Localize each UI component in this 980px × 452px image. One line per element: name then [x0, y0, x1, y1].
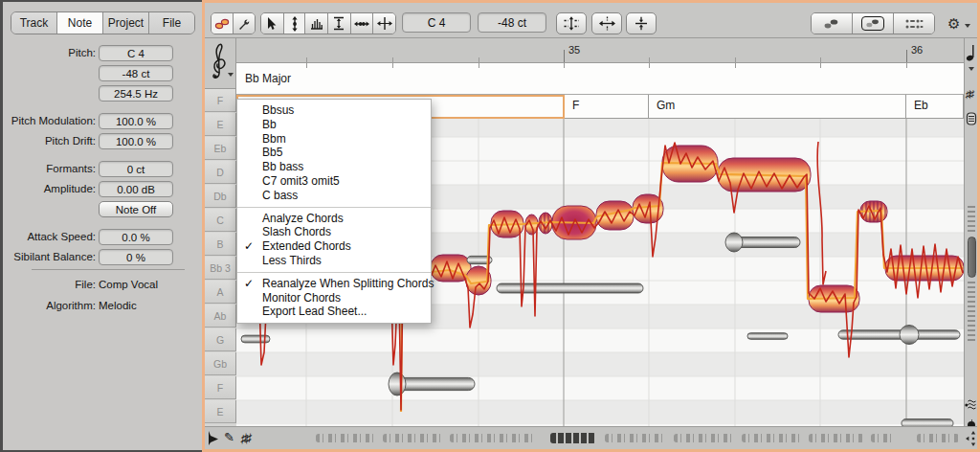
gray-note-blob[interactable] [497, 283, 643, 293]
pitch-curve-icon[interactable] [965, 398, 977, 411]
menu-item[interactable]: C7 omit3 omit5 [237, 174, 431, 189]
amplitude-tool-button[interactable] [351, 13, 374, 34]
scale-scroll-icon[interactable] [966, 111, 977, 126]
chord-context-menu: BbsusBbBbmBb5Bb bassC7 omit3 omit5C bass… [236, 99, 432, 324]
tab-note[interactable]: Note [57, 12, 103, 34]
note-off-button[interactable]: Note Off [99, 201, 173, 217]
chord-cell[interactable]: Gm [649, 95, 906, 119]
field-value[interactable]: 100.0 % [99, 133, 173, 149]
tab-file[interactable]: File [149, 12, 194, 34]
field-value[interactable]: 0 ct [99, 161, 173, 177]
menu-item[interactable]: Slash Chords [237, 225, 431, 239]
menu-item[interactable]: Export Lead Sheet... [237, 305, 431, 319]
settings-dropdown-arrow[interactable] [965, 24, 970, 28]
tool-group [260, 12, 396, 34]
field-value[interactable]: 0.00 dB [99, 181, 173, 197]
main-tool-button[interactable] [212, 13, 234, 34]
menu-item[interactable]: Less Thirds [237, 254, 431, 268]
piano-key-e[interactable]: E [205, 400, 236, 423]
arrow-tool-button[interactable] [261, 13, 284, 34]
timing-tool-button[interactable] [373, 13, 395, 34]
menu-item[interactable]: Bbsus [237, 103, 431, 118]
piano-key-d[interactable]: D [205, 161, 236, 184]
scale-sharps-icon[interactable]: ♯♯ [965, 88, 973, 100]
blobs-outline-icon [823, 18, 840, 30]
sidebar-row: -48 ct [3, 65, 205, 81]
tick-dash [968, 320, 975, 322]
waveform-cluster [871, 434, 894, 442]
menu-item[interactable]: ✓Extended Chords [237, 239, 431, 254]
sidebar-row: 254.5 Hz [3, 85, 205, 102]
tick-dash [968, 286, 975, 288]
piano-key-a[interactable]: A [205, 281, 236, 304]
piano-key-f[interactable]: F [205, 376, 236, 399]
field-value[interactable]: 100.0 % [99, 113, 173, 129]
menu-item[interactable]: Bb [237, 118, 431, 132]
pencil-icon[interactable]: ✎ [224, 430, 234, 444]
show-blobs-selected-toggle[interactable] [853, 13, 893, 34]
quantize-time-button[interactable] [591, 12, 622, 34]
key-track-tick [564, 63, 565, 68]
gray-note-blob[interactable] [747, 333, 788, 340]
field-value[interactable]: 0.0 % [99, 229, 173, 245]
piano-key-bb3[interactable]: Bb 3 [205, 257, 236, 280]
clef-selector[interactable] [205, 38, 236, 89]
menu-item[interactable]: Monitor Chords [237, 291, 431, 305]
show-grid-toggle[interactable] [894, 13, 934, 34]
pitch-row [236, 352, 964, 376]
key-track[interactable]: Bb Major [236, 63, 964, 95]
formant-tool-button[interactable] [328, 13, 351, 34]
piano-key-c[interactable]: C [205, 209, 236, 232]
pitch-drift-button[interactable] [626, 12, 657, 34]
gray-note-blob[interactable] [902, 419, 953, 426]
menu-item[interactable]: Bbm [237, 132, 431, 147]
field-label: Algorithm: [3, 300, 96, 311]
sharps-icon[interactable]: ♯♯ [240, 431, 251, 445]
cent-readout[interactable]: -48 ct [478, 12, 546, 33]
menu-item[interactable]: Bb bass [237, 160, 431, 174]
timeline-ruler[interactable]: 3536 [205, 38, 964, 63]
beat-tick [649, 57, 650, 62]
field-value[interactable]: -48 ct [99, 65, 173, 81]
chord-cell[interactable]: F [565, 95, 649, 119]
field-value[interactable]: 254.5 Hz [99, 85, 173, 102]
chord-cell[interactable]: Eb [906, 95, 964, 119]
piano-key-ab[interactable]: Ab [205, 305, 236, 328]
quarter-note-icon[interactable] [966, 44, 977, 61]
playback-cursor-icon[interactable] [208, 431, 219, 445]
show-blobs-toggle[interactable] [812, 13, 853, 34]
field-label: Pitch Modulation: [3, 115, 96, 126]
tab-project[interactable]: Project [103, 12, 149, 34]
menu-item[interactable]: C bass [237, 189, 431, 203]
field-value[interactable]: 0 % [99, 249, 173, 265]
field-value[interactable]: C 4 [99, 45, 173, 61]
sidebar-row: Sibilant Balance:0 % [3, 249, 205, 265]
piano-key-b[interactable]: B [205, 233, 236, 256]
note-value-dropdown-arrow[interactable] [969, 67, 974, 71]
blobs-selected-icon [865, 18, 880, 29]
field-value: Melodic [99, 298, 173, 314]
pitch-tool-button[interactable] [284, 13, 306, 34]
piano-key-db[interactable]: Db [205, 185, 236, 208]
correct-pitch-button[interactable] [556, 12, 587, 34]
pitch-modulation-tool-button[interactable] [305, 13, 328, 34]
piano-key-gb[interactable]: Gb [205, 352, 236, 375]
key-signature-label[interactable]: Bb Major [245, 72, 291, 85]
timing-tool-icon [377, 17, 392, 30]
piano-key-f[interactable]: F [205, 89, 236, 112]
menu-item[interactable]: Analyze Chords [237, 212, 431, 226]
menu-item[interactable]: ✓Reanalyze When Splitting Chords [237, 277, 431, 291]
settings-gear-icon[interactable]: ⚙ [947, 15, 960, 33]
bar-number: 35 [568, 44, 580, 56]
piano-key-eb[interactable]: Eb [205, 137, 236, 160]
piano-key-e[interactable]: E [205, 113, 236, 136]
vertical-scrollbar-thumb[interactable] [968, 237, 976, 278]
tab-track[interactable]: Track [11, 12, 57, 34]
piano-key-g[interactable]: G [205, 328, 236, 351]
pitch-readout[interactable]: C 4 [402, 12, 471, 33]
field-label: Sibilant Balance: [3, 251, 96, 262]
menu-item[interactable]: Bb5 [237, 146, 431, 160]
pitch-row [236, 376, 964, 400]
key-track-tick [392, 63, 393, 68]
wrench-tool-button[interactable] [234, 13, 255, 34]
